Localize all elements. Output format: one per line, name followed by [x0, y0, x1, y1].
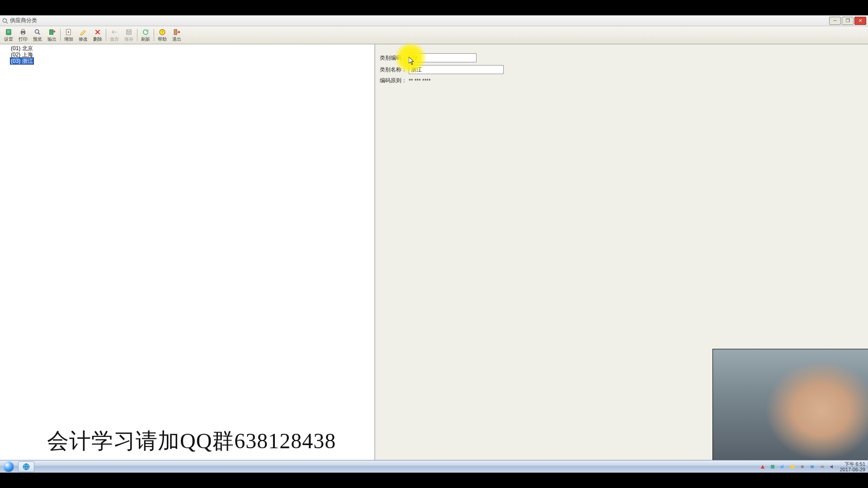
close-button[interactable]: ✕ [854, 17, 866, 25]
modify-icon [79, 28, 87, 36]
help-icon: ? [158, 28, 166, 36]
system-tray: 下午 6:51 2017-06-29 [755, 460, 868, 473]
code-label: 类别编码： [379, 54, 407, 62]
volume-icon[interactable] [829, 463, 836, 470]
toolbar-label: 预览 [33, 36, 42, 42]
toolbar-btn-refresh[interactable]: 刷新 [138, 27, 153, 43]
svg-point-0 [3, 19, 6, 22]
toolbar-label: 放弃 [110, 36, 119, 42]
tree-node-label: (02) 上海 [10, 52, 34, 58]
svg-rect-24 [782, 465, 783, 468]
toolbar-btn-settings[interactable]: 设置 [1, 27, 16, 43]
svg-rect-23 [780, 466, 782, 468]
toolbar-btn-preview[interactable]: 预览 [30, 27, 45, 43]
toolbar-label: 帮助 [158, 36, 167, 42]
toolbar-btn-print[interactable]: 打印 [16, 27, 30, 43]
settings-icon [5, 28, 13, 36]
svg-rect-6 [22, 29, 24, 31]
delete-icon [94, 28, 102, 36]
webcam-overlay [712, 349, 868, 460]
toolbar-label: 设置 [4, 36, 13, 42]
rule-value: ** *** **** [409, 78, 431, 84]
tray-icon[interactable] [819, 463, 826, 470]
toolbar-btn-help[interactable]: ? 帮助 [155, 27, 170, 43]
toolbar-btn-exit[interactable]: 退出 [170, 27, 184, 43]
tray-icon[interactable] [799, 463, 806, 470]
taskbar-item[interactable] [18, 461, 34, 472]
tree-node[interactable]: (02) 上海 [2, 52, 373, 58]
exit-icon [173, 28, 181, 36]
toolbar-btn-delete[interactable]: 删除 [90, 27, 105, 43]
toolbar-btn-add[interactable]: 增加 [61, 27, 76, 43]
svg-point-25 [791, 465, 794, 469]
clock-time: 下午 6:51 [840, 461, 865, 467]
svg-rect-22 [771, 465, 774, 469]
name-label: 类别名称： [379, 66, 407, 74]
code-input[interactable] [409, 53, 476, 62]
toolbar: 设置 打印 预览 输出 增加 修改 删除 放弃 [0, 26, 868, 44]
toolbar-label: 输出 [47, 36, 57, 42]
toolbar-btn-output[interactable]: 输出 [45, 27, 59, 43]
tree-node[interactable]: (01) 北京 [2, 45, 373, 52]
tree-node-selected[interactable]: (03) 浙江 [2, 58, 373, 64]
overlay-caption: 会计学习请加QQ群638128438 [47, 427, 336, 455]
abandon-icon [110, 28, 118, 36]
tree-node-label: (01) 北京 [10, 45, 34, 52]
refresh-icon [142, 28, 150, 36]
svg-rect-20 [174, 29, 177, 35]
rule-label: 编码原则： [379, 77, 407, 84]
svg-line-1 [6, 22, 7, 23]
svg-rect-10 [50, 29, 53, 34]
toolbar-btn-abandon: 放弃 [107, 27, 122, 43]
minimize-button[interactable]: ─ [829, 17, 841, 25]
toolbar-label: 修改 [79, 36, 88, 42]
tray-icon[interactable] [809, 463, 816, 470]
maximize-button[interactable]: ❐ [842, 17, 854, 25]
svg-rect-26 [811, 465, 814, 468]
tree-node-label: (03) 浙江 [10, 57, 34, 65]
svg-line-9 [38, 33, 40, 34]
taskbar-clock[interactable]: 下午 6:51 2017-06-29 [840, 461, 865, 472]
toolbar-label: 删除 [93, 36, 102, 42]
preview-icon [33, 28, 42, 36]
tree-pane[interactable]: (01) 北京 (02) 上海 (03) 浙江 [0, 44, 375, 460]
toolbar-label: 退出 [172, 36, 181, 42]
output-icon [48, 28, 56, 36]
svg-rect-27 [821, 465, 824, 468]
globe-icon [22, 463, 30, 471]
tray-icon[interactable] [779, 463, 786, 470]
toolbar-label: 增加 [64, 36, 73, 42]
tray-icon[interactable] [759, 463, 766, 470]
start-button[interactable] [0, 460, 17, 473]
window-title: 供应商分类 [10, 17, 37, 24]
clock-date: 2017-06-29 [840, 467, 865, 472]
print-icon [19, 28, 27, 36]
toolbar-label: 刷新 [141, 36, 150, 42]
add-icon [65, 28, 73, 36]
titlebar: 供应商分类 ─ ❐ ✕ [0, 15, 868, 26]
toolbar-btn-modify[interactable]: 修改 [76, 27, 90, 43]
save-icon [125, 28, 133, 36]
app-icon [2, 18, 8, 24]
taskbar: 下午 6:51 2017-06-29 [0, 460, 868, 473]
tray-icon[interactable] [769, 463, 776, 470]
toolbar-label: 保存 [124, 36, 133, 42]
svg-rect-7 [22, 33, 24, 34]
name-input[interactable] [409, 65, 504, 74]
svg-rect-17 [127, 29, 130, 31]
svg-text:?: ? [161, 30, 163, 34]
toolbar-label: 打印 [19, 36, 28, 42]
toolbar-btn-save: 保存 [122, 27, 136, 43]
tray-icon[interactable] [789, 463, 796, 470]
